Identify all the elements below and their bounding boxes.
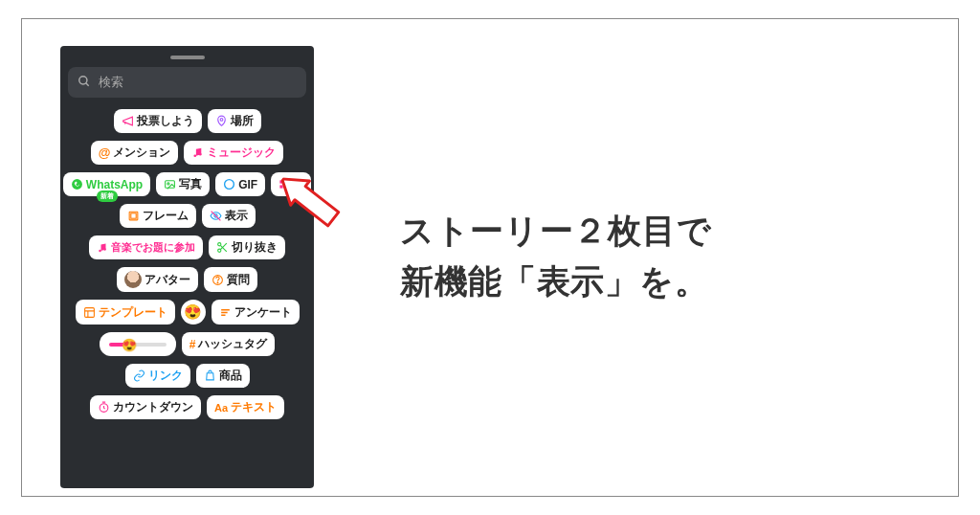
new-badge: 新着 — [97, 190, 118, 202]
caption-line-1: ストーリー２枚目で — [400, 206, 711, 257]
sticker-music[interactable]: ミュージック — [184, 141, 283, 165]
hashtag-icon: # — [189, 338, 196, 351]
slider-emoji-icon: 😍 — [122, 337, 137, 351]
sticker-poll[interactable]: アンケート — [212, 300, 300, 325]
clock-icon — [98, 401, 110, 414]
sticker-mention[interactable]: @ メンション — [91, 141, 179, 165]
sticker-link[interactable]: リンク — [125, 364, 190, 388]
svg-point-7 — [167, 183, 169, 185]
text-icon: Aa — [214, 402, 228, 414]
phone-screenshot: 検索 投票しよう 場所 @ メンション — [60, 46, 314, 488]
svg-line-1 — [86, 82, 89, 85]
poll-icon — [219, 306, 232, 319]
sticker-product[interactable]: 商品 — [196, 364, 250, 388]
scissors-icon — [216, 241, 229, 254]
sticker-emoji[interactable]: 😍 — [181, 300, 206, 325]
svg-point-19 — [218, 243, 221, 246]
photo-icon — [164, 178, 176, 190]
svg-point-17 — [99, 249, 101, 252]
sticker-reveal[interactable]: 表示 — [202, 204, 256, 228]
sticker-cutout[interactable]: 切り抜き — [209, 235, 285, 259]
gif-icon — [223, 178, 235, 190]
slider-track: 😍 — [109, 343, 167, 347]
svg-point-4 — [199, 153, 202, 156]
music-icon — [191, 146, 204, 159]
at-icon: @ — [99, 146, 111, 160]
slide-frame: 検索 投票しよう 場所 @ メンション — [21, 18, 959, 497]
svg-rect-14 — [130, 213, 135, 218]
search-icon — [78, 75, 91, 91]
template-icon — [83, 306, 96, 319]
sticker-photo[interactable]: 写真 — [156, 172, 210, 196]
sticker-text[interactable]: Aa テキスト — [207, 395, 284, 419]
svg-point-8 — [225, 180, 234, 190]
svg-point-20 — [218, 249, 221, 252]
sticker-frame[interactable]: フレーム — [120, 204, 196, 228]
whatsapp-icon — [71, 178, 83, 190]
svg-point-5 — [72, 179, 82, 190]
link-icon — [133, 369, 145, 382]
sticker-avatar[interactable]: アバター — [117, 267, 198, 292]
sticker-slider[interactable]: 😍 — [100, 332, 176, 356]
sticker-vote[interactable]: 投票しよう — [114, 109, 202, 133]
sticker-music-topic[interactable]: 音楽でお題に参加 — [89, 235, 203, 259]
sticker-countdown[interactable]: カウントダウン — [90, 395, 201, 419]
music-note-icon — [97, 242, 108, 254]
search-placeholder: 検索 — [99, 74, 123, 91]
slide-caption: ストーリー２枚目で 新機能「表示」を。 — [400, 206, 711, 306]
pin-icon — [215, 115, 228, 127]
search-input[interactable]: 検索 — [68, 67, 306, 98]
avatar-icon — [124, 271, 142, 288]
sheet-handle[interactable] — [170, 56, 205, 59]
sticker-whatsapp[interactable]: WhatsApp 新着 — [63, 172, 150, 196]
svg-rect-25 — [84, 307, 94, 317]
sticker-gif[interactable]: GIF — [215, 172, 265, 196]
svg-point-24 — [217, 281, 218, 282]
eye-slash-icon — [210, 210, 222, 222]
question-icon — [212, 274, 224, 286]
svg-point-0 — [79, 76, 87, 83]
megaphone-icon — [122, 115, 134, 127]
sticker-grid: 投票しよう 場所 @ メンション ミュージック — [68, 109, 306, 419]
bag-icon — [204, 369, 216, 382]
svg-point-18 — [103, 248, 106, 251]
sticker-location[interactable]: 場所 — [208, 109, 261, 133]
svg-point-3 — [194, 154, 197, 157]
sticker-template[interactable]: テンプレート — [76, 300, 175, 325]
sticker-hashtag[interactable]: # ハッシュタグ — [182, 332, 276, 356]
frame-icon — [127, 210, 140, 222]
svg-point-2 — [220, 119, 223, 122]
caption-line-2: 新機能「表示」を。 — [400, 257, 711, 307]
heart-eyes-icon: 😍 — [184, 303, 202, 321]
sticker-question[interactable]: 質問 — [204, 267, 257, 292]
